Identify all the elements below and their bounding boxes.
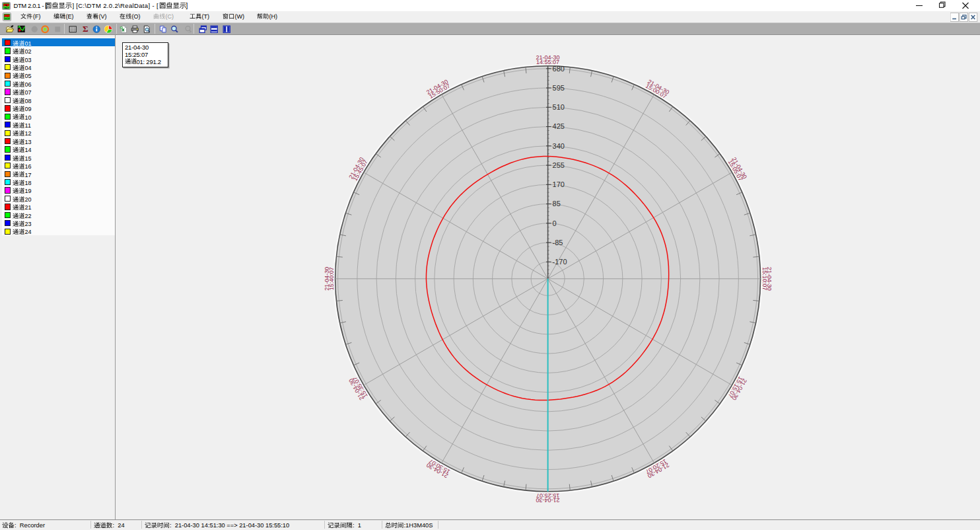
svg-text:15:10:07: 15:10:07 xyxy=(761,267,768,290)
svg-text:85: 85 xyxy=(553,200,561,208)
svg-text:15:25:07: 15:25:07 xyxy=(536,492,559,499)
svg-text:0: 0 xyxy=(553,219,557,227)
svg-text:14:55:07: 14:55:07 xyxy=(536,59,559,65)
svg-text:255: 255 xyxy=(553,161,565,169)
svg-text:Σ: Σ xyxy=(82,25,88,34)
svg-text:425: 425 xyxy=(553,122,565,130)
svg-text:-85: -85 xyxy=(553,239,563,246)
svg-text:340: 340 xyxy=(553,142,565,150)
svg-text:510: 510 xyxy=(553,103,565,111)
svg-text:680: 680 xyxy=(553,65,565,73)
svg-text:595: 595 xyxy=(553,84,565,92)
svg-text:-170: -170 xyxy=(553,258,567,266)
svg-text:170: 170 xyxy=(553,180,565,188)
svg-text:15:40:07: 15:40:07 xyxy=(328,267,335,290)
